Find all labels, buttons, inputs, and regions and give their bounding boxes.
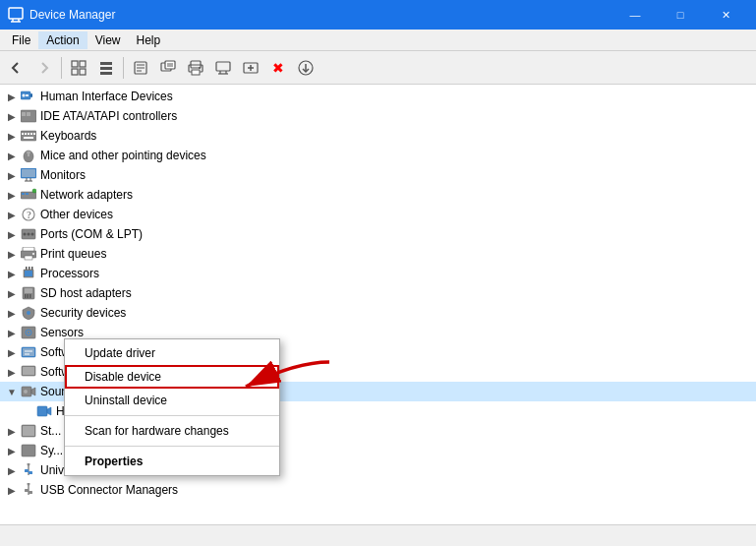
svg-point-81	[28, 332, 29, 334]
svg-rect-45	[24, 137, 33, 139]
tree-item-label: St...	[40, 424, 61, 438]
device-icon	[20, 108, 37, 124]
device-icon	[20, 443, 37, 458]
device-icon: ?	[20, 207, 37, 222]
app-icon	[8, 7, 24, 23]
svg-rect-33	[30, 93, 32, 97]
toolbar-delete[interactable]: ✖	[265, 55, 291, 81]
device-icon	[20, 148, 37, 163]
expand-icon: ▶	[4, 325, 20, 340]
expand-icon: ▶	[4, 128, 20, 144]
expand-icon: ▶	[4, 364, 20, 380]
svg-point-34	[23, 94, 26, 97]
tree-item-monitors[interactable]: ▶ Monitors	[0, 165, 756, 185]
tree-item-security[interactable]: ▶ Security devices	[0, 303, 756, 323]
tree-item-other[interactable]: ▶ ? Other devices	[0, 205, 756, 224]
svg-rect-56	[26, 193, 29, 195]
toolbar-download[interactable]	[293, 55, 319, 81]
context-menu-scan-hardware[interactable]: Scan for hardware changes	[65, 419, 279, 443]
menu-help[interactable]: Help	[129, 31, 169, 49]
status-bar	[0, 524, 756, 546]
svg-rect-39	[21, 131, 36, 141]
context-menu-update-driver[interactable]: Update driver	[65, 341, 279, 365]
expand-icon: ▶	[4, 226, 20, 242]
menu-bar: File Action View Help	[0, 30, 756, 51]
svg-rect-74	[25, 288, 32, 293]
tree-item-sd-host[interactable]: ▶ SD host adapters	[0, 283, 756, 303]
svg-rect-55	[22, 193, 25, 195]
expand-icon: ▶	[4, 462, 20, 478]
svg-point-63	[31, 233, 34, 236]
tree-item-label: Other devices	[40, 208, 113, 221]
device-icon	[20, 364, 37, 380]
menu-action[interactable]: Action	[38, 31, 87, 49]
tree-item-label: Mice and other pointing devices	[40, 149, 206, 162]
toolbar-back[interactable]	[4, 55, 29, 81]
context-menu-properties[interactable]: Properties	[65, 450, 279, 473]
tree-item-label: Human Interface Devices	[40, 90, 173, 103]
toolbar-add[interactable]	[238, 55, 263, 81]
toolbar-monitor[interactable]	[210, 55, 236, 81]
device-icon	[20, 128, 37, 144]
menu-file[interactable]: File	[4, 31, 38, 49]
context-menu-uninstall-device[interactable]: Uninstall device	[65, 389, 279, 412]
tree-item-print[interactable]: ▶ Print queues	[0, 244, 756, 264]
context-menu-disable-device[interactable]: Disable device	[65, 365, 279, 389]
svg-rect-99	[29, 491, 32, 494]
device-tree[interactable]: ▶ Human Interface Devices ▶ IDE ATA/ATAP…	[0, 85, 756, 524]
tree-item-network[interactable]: ▶ Network adapters	[0, 185, 756, 205]
device-icon	[20, 305, 37, 321]
svg-rect-43	[30, 133, 32, 135]
device-icon	[20, 482, 37, 498]
svg-rect-16	[165, 61, 175, 69]
expand-icon: ▶	[4, 89, 20, 104]
toolbar-expand[interactable]	[66, 55, 91, 81]
toolbar-collapse[interactable]	[93, 55, 119, 81]
device-icon	[20, 167, 37, 183]
expand-icon: ▶	[4, 285, 20, 301]
svg-rect-69	[25, 271, 32, 276]
svg-rect-93	[22, 445, 35, 456]
svg-point-94	[28, 463, 30, 466]
tree-item-keyboards[interactable]: ▶ Keyboards	[0, 126, 756, 146]
svg-rect-95	[25, 469, 29, 472]
close-button[interactable]: ✕	[703, 0, 748, 30]
svg-rect-8	[100, 62, 112, 65]
svg-rect-7	[80, 69, 86, 75]
toolbar-forward[interactable]	[31, 55, 57, 81]
tree-item-ports[interactable]: ▶ Ports (COM & LPT)	[0, 224, 756, 244]
toolbar-sep-1	[61, 57, 62, 79]
device-icon	[20, 423, 37, 439]
minimize-button[interactable]: —	[612, 0, 658, 30]
svg-rect-37	[22, 112, 26, 116]
expand-icon: ▶	[4, 423, 20, 439]
tree-item-processors[interactable]: ▶ Processors	[0, 264, 756, 283]
expand-icon: ▶	[4, 108, 20, 124]
device-icon	[20, 226, 37, 242]
svg-rect-75	[25, 294, 27, 298]
tree-item-label: USB Connector Managers	[40, 483, 178, 497]
svg-rect-76	[28, 294, 29, 298]
svg-rect-10	[100, 72, 112, 75]
svg-rect-92	[23, 426, 34, 436]
tree-item-human-interface[interactable]: ▶ Human Interface Devices	[0, 87, 756, 106]
svg-point-62	[28, 233, 30, 236]
tree-item-label: SD host adapters	[40, 286, 132, 300]
svg-rect-5	[80, 61, 86, 67]
tree-item-mice[interactable]: ▶ Mice and other pointing devices	[0, 146, 756, 165]
toolbar-properties[interactable]	[128, 55, 153, 81]
tree-item-usb-connector[interactable]: ▶ USB Connector Managers	[0, 480, 756, 500]
svg-point-67	[32, 253, 34, 255]
tree-item-label: Monitors	[40, 168, 86, 182]
svg-point-97	[28, 483, 30, 486]
tree-item-ide[interactable]: ▶ IDE ATA/ATAPI controllers	[0, 106, 756, 126]
tree-item-label: Ports (COM & LPT)	[40, 227, 143, 241]
toolbar-print[interactable]	[183, 55, 208, 81]
svg-rect-87	[23, 367, 34, 375]
context-menu-separator-2	[65, 446, 279, 447]
toolbar-scan[interactable]	[155, 55, 181, 81]
tree-item-label: Processors	[40, 267, 99, 280]
maximize-button[interactable]: □	[658, 0, 703, 30]
svg-rect-9	[100, 67, 112, 70]
menu-view[interactable]: View	[87, 31, 129, 49]
